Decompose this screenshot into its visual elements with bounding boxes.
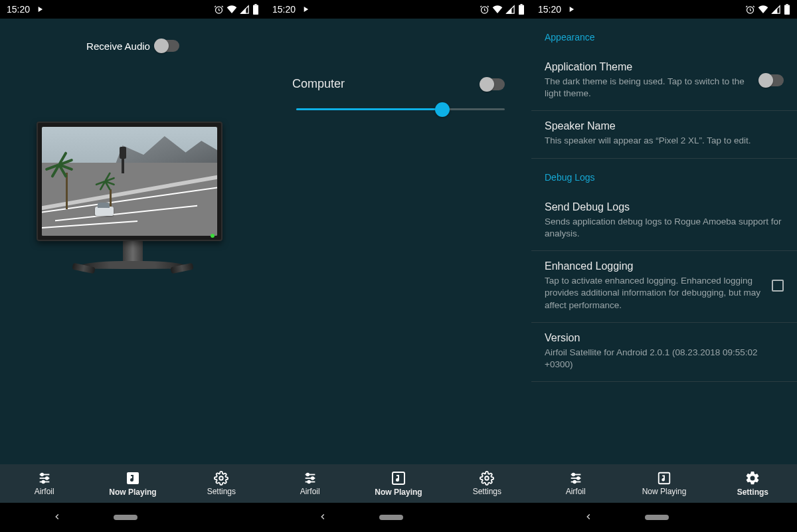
bottom-tab-bar: Airfoil Now Playing Settings <box>266 464 531 503</box>
svg-point-28 <box>576 477 579 480</box>
speaker-label: Computer <box>292 77 345 91</box>
tab-label: Now Playing <box>375 488 422 497</box>
tab-label: Now Playing <box>642 487 687 496</box>
tab-now-playing[interactable]: Now Playing <box>620 464 708 503</box>
tab-settings[interactable]: Settings <box>443 464 531 503</box>
svg-point-21 <box>486 476 489 480</box>
tab-label: Airfoil <box>566 487 586 496</box>
cell-signal-icon <box>240 5 250 15</box>
nav-home-pill[interactable] <box>379 515 403 520</box>
tab-now-playing[interactable]: Now Playing <box>88 464 177 503</box>
sliders-icon <box>37 471 52 486</box>
svg-rect-1 <box>253 5 258 15</box>
wifi-icon <box>758 4 768 15</box>
tab-label: Settings <box>473 487 501 496</box>
receive-audio-label: Receive Audio <box>86 41 150 52</box>
svg-rect-13 <box>520 4 522 5</box>
tab-label: Airfoil <box>35 487 54 496</box>
gear-icon <box>480 471 494 486</box>
music-note-icon <box>391 470 406 486</box>
nav-home-pill[interactable] <box>114 515 137 520</box>
svg-point-15 <box>306 474 309 476</box>
battery-icon <box>518 4 525 15</box>
svg-point-4 <box>41 474 43 476</box>
svg-point-30 <box>573 481 576 484</box>
setting-title: Version <box>545 332 784 344</box>
tab-settings[interactable]: Settings <box>709 464 797 503</box>
svg-rect-24 <box>786 4 788 5</box>
sliders-icon <box>569 471 583 486</box>
computer-monitor-image <box>37 122 229 269</box>
svg-rect-12 <box>519 5 524 15</box>
volume-slider[interactable] <box>296 108 505 110</box>
tab-now-playing[interactable]: Now Playing <box>354 464 442 503</box>
section-header-debug: Debug Logs <box>531 159 797 192</box>
setting-title: Speaker Name <box>545 120 784 132</box>
svg-point-8 <box>42 481 44 484</box>
setting-enhanced-logging[interactable]: Enhanced Logging Tap to activate enhance… <box>531 251 797 323</box>
app-notification-icon <box>35 5 44 14</box>
setting-send-debug-logs[interactable]: Send Debug Logs Sends application debug … <box>531 192 797 251</box>
tab-label: Settings <box>207 487 236 496</box>
setting-application-theme[interactable]: Application Theme The dark theme is bein… <box>531 52 797 111</box>
speaker-toggle[interactable] <box>481 78 505 90</box>
status-time: 15:20 <box>538 4 561 15</box>
gear-icon <box>745 470 760 486</box>
svg-point-26 <box>572 474 575 476</box>
phone-screen-2: 15:20 Computer Airfoil Now Pla <box>266 0 531 532</box>
setting-subtitle: Airfoil Satellite for Android 2.0.1 (08.… <box>545 347 784 371</box>
tab-airfoil[interactable]: Airfoil <box>0 464 88 503</box>
setting-title: Enhanced Logging <box>545 260 764 272</box>
wifi-icon <box>492 4 503 15</box>
app-notification-icon <box>567 5 576 14</box>
phone-screen-1: 15:20 Receive Audio <box>0 0 266 532</box>
tab-label: Settings <box>737 488 768 497</box>
svg-rect-2 <box>254 4 256 5</box>
svg-point-19 <box>308 481 310 484</box>
status-bar: 15:20 <box>531 0 797 19</box>
status-time: 15:20 <box>272 4 296 15</box>
alarm-icon <box>214 5 224 15</box>
android-nav-bar <box>531 503 797 532</box>
setting-subtitle: Tap to activate enhanced logging. Enhanc… <box>545 275 764 311</box>
wifi-icon <box>226 4 237 15</box>
receive-audio-toggle[interactable] <box>155 40 179 52</box>
cell-signal-icon <box>771 5 781 15</box>
android-nav-bar <box>266 503 531 532</box>
cell-signal-icon <box>505 5 515 15</box>
alarm-icon <box>480 5 489 15</box>
nav-home-pill[interactable] <box>645 515 669 520</box>
battery-icon <box>784 4 790 15</box>
setting-subtitle: This speaker will appear as “Pixel 2 XL”… <box>545 135 784 147</box>
phone-screen-3: 15:20 Appearance Application Theme The d… <box>531 0 797 532</box>
bottom-tab-bar: Airfoil Now Playing Settings <box>0 464 266 503</box>
bottom-tab-bar: Airfoil Now Playing Settings <box>531 464 797 503</box>
app-notification-icon <box>301 5 310 14</box>
nav-back-button[interactable] <box>318 511 327 525</box>
setting-title: Application Theme <box>545 61 752 73</box>
status-time: 15:20 <box>7 4 30 15</box>
tab-airfoil[interactable]: Airfoil <box>531 464 620 503</box>
music-note-icon <box>657 471 671 486</box>
gear-icon <box>214 471 228 486</box>
svg-point-10 <box>220 476 224 480</box>
svg-rect-23 <box>784 5 790 15</box>
nav-back-button[interactable] <box>52 511 62 525</box>
alarm-icon <box>745 5 755 15</box>
status-bar: 15:20 <box>0 0 266 19</box>
enhanced-logging-checkbox[interactable] <box>772 280 784 292</box>
android-nav-bar <box>0 503 266 532</box>
status-bar: 15:20 <box>266 0 531 19</box>
tab-label: Now Playing <box>109 488 156 497</box>
setting-version: Version Airfoil Satellite for Android 2.… <box>531 323 797 382</box>
battery-icon <box>252 4 259 15</box>
nav-back-button[interactable] <box>584 511 593 525</box>
section-header-appearance: Appearance <box>531 19 797 52</box>
setting-speaker-name[interactable]: Speaker Name This speaker will appear as… <box>531 111 797 158</box>
music-note-icon <box>125 470 141 486</box>
tab-settings[interactable]: Settings <box>177 464 266 503</box>
sliders-icon <box>303 471 317 486</box>
theme-toggle[interactable] <box>760 74 784 86</box>
tab-label: Airfoil <box>300 487 320 496</box>
tab-airfoil[interactable]: Airfoil <box>266 464 354 503</box>
